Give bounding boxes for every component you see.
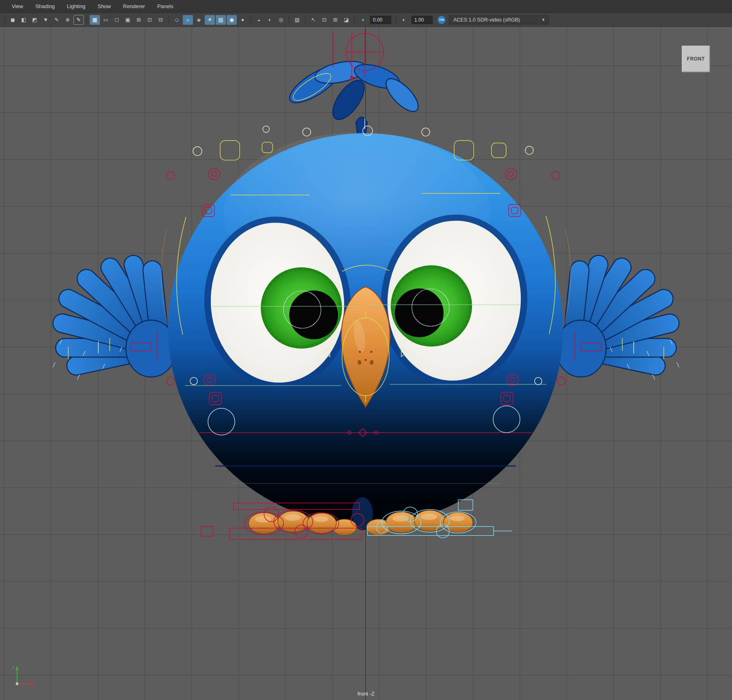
- menu-lighting[interactable]: Lighting: [61, 0, 92, 13]
- camera-name-badge: FRONT: [682, 46, 710, 72]
- menu-renderer[interactable]: Renderer: [117, 0, 151, 13]
- resolution-gate-icon[interactable]: ◻: [112, 15, 122, 25]
- camera-attributes-icon[interactable]: ◩: [30, 15, 40, 25]
- toolbar-separator: [169, 16, 169, 24]
- image-plane-icon[interactable]: ✎: [52, 15, 62, 25]
- use-all-lights-icon[interactable]: ☀: [205, 15, 215, 25]
- menu-panels[interactable]: Panels: [151, 0, 180, 13]
- head-tuft[interactable]: [284, 57, 423, 142]
- toolbar-separator: [87, 16, 87, 24]
- film-gate-icon[interactable]: ▭: [101, 15, 111, 25]
- colorspace-dropdown-arrow[interactable]: ▼: [538, 15, 549, 24]
- grid-icon[interactable]: ▦: [90, 15, 100, 25]
- textured-icon[interactable]: ◈: [194, 15, 204, 25]
- bookmark-icon[interactable]: ▼: [41, 15, 51, 25]
- toolbar-separator: [305, 16, 305, 24]
- gamma-icon[interactable]: ◐: [399, 15, 409, 25]
- select-camera-icon[interactable]: ◼: [8, 15, 18, 25]
- x-axis-label: x: [32, 685, 35, 690]
- xray-icon[interactable]: ▧: [292, 15, 302, 25]
- colorspace-value: ACES 1.0 SDR-video (sRGB): [453, 17, 520, 23]
- left-wing[interactable]: [51, 253, 176, 379]
- depth-of-field-icon[interactable]: ◐: [265, 15, 275, 25]
- menu-view[interactable]: View: [6, 0, 29, 13]
- viewport-canvas[interactable]: [0, 27, 732, 700]
- smooth-shade-icon[interactable]: ◆: [183, 15, 193, 25]
- safe-title-icon[interactable]: ⊟: [156, 15, 166, 25]
- axis-triad: y x: [10, 663, 38, 691]
- multisample-aa-icon[interactable]: ◒: [254, 15, 264, 25]
- shadows-icon[interactable]: ▨: [216, 15, 226, 25]
- toolbar-separator: [354, 16, 355, 24]
- exposure-icon[interactable]: ◑: [357, 15, 368, 25]
- isolate-select-icon[interactable]: ◎: [276, 15, 286, 25]
- panel-menubar: View Shading Lighting Show Renderer Pane…: [0, 0, 732, 13]
- wireframe-icon[interactable]: ◇: [172, 15, 182, 25]
- motion-blur-icon[interactable]: ●: [238, 15, 248, 25]
- y-axis-label: y: [12, 664, 15, 669]
- toolbar-separator: [251, 16, 251, 24]
- colorspace-on-toggle[interactable]: ON: [437, 16, 446, 24]
- field-chart-icon[interactable]: ⊞: [134, 15, 144, 25]
- select-arrow-icon[interactable]: ↖: [308, 15, 318, 25]
- viewport[interactable]: FRONT y x front -Z: [0, 27, 732, 700]
- screen-space-ao-icon[interactable]: ◉: [227, 15, 237, 25]
- grease-pencil-icon[interactable]: ✎: [74, 15, 84, 25]
- panel-toolbar: ◼ ◧ ◩ ▼ ✎ ⊕ ✎ ▦ ▭ ◻ ▣ ⊞ ⊡ ⊟ ◇ ◆ ◈ ☀ ▨ ◉ …: [0, 13, 732, 27]
- safe-action-icon[interactable]: ⊡: [145, 15, 155, 25]
- right-wing[interactable]: [556, 253, 681, 379]
- gate-mask-icon[interactable]: ▣: [123, 15, 133, 25]
- lock-camera-icon[interactable]: ◧: [19, 15, 29, 25]
- pan-zoom-icon[interactable]: ⊕: [63, 15, 73, 25]
- toolbar-separator: [396, 16, 396, 24]
- toolbar-separator: [4, 16, 5, 24]
- toolbar-separator: [289, 16, 289, 24]
- colorspace-dropdown[interactable]: ACES 1.0 SDR-video (sRGB): [449, 15, 537, 24]
- frame-selected-icon[interactable]: ⊡: [319, 15, 329, 25]
- frame-all-icon[interactable]: ⊞: [330, 15, 340, 25]
- menu-shading[interactable]: Shading: [29, 0, 61, 13]
- snapshot-icon[interactable]: ◪: [341, 15, 351, 25]
- gamma-input[interactable]: [411, 16, 433, 24]
- menu-show[interactable]: Show: [91, 0, 117, 13]
- view-axis-label: front -Z: [0, 691, 732, 697]
- exposure-input[interactable]: [370, 16, 391, 24]
